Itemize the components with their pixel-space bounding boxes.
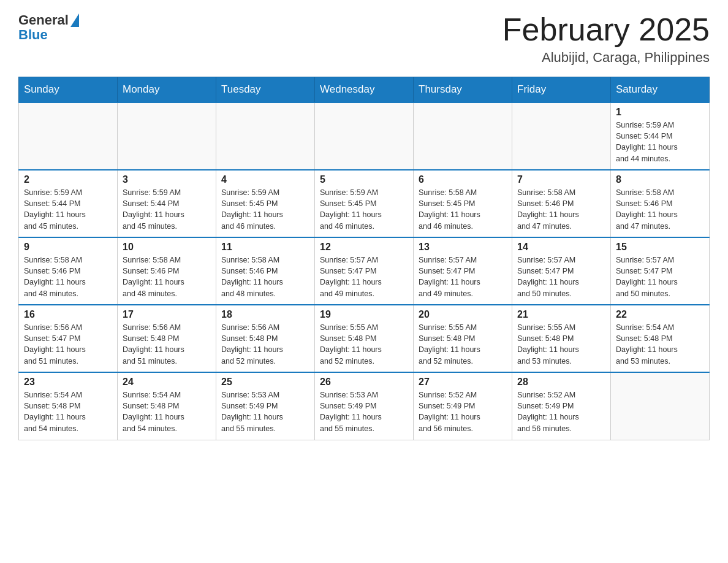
calendar-cell: 7Sunrise: 5:58 AM Sunset: 5:46 PM Daylig…: [512, 170, 611, 237]
day-info: Sunrise: 5:55 AM Sunset: 5:48 PM Dayligh…: [320, 322, 408, 367]
calendar-cell: [512, 102, 611, 170]
day-number: 16: [24, 309, 112, 320]
day-number: 2: [24, 174, 112, 185]
calendar-cell: 10Sunrise: 5:58 AM Sunset: 5:46 PM Dayli…: [118, 237, 216, 305]
day-info: Sunrise: 5:56 AM Sunset: 5:48 PM Dayligh…: [221, 322, 309, 367]
day-info: Sunrise: 5:58 AM Sunset: 5:46 PM Dayligh…: [517, 187, 605, 232]
calendar-cell: 5Sunrise: 5:59 AM Sunset: 5:45 PM Daylig…: [315, 170, 414, 237]
page-header: General Blue February 2025 Alubijid, Car…: [18, 12, 710, 66]
day-info: Sunrise: 5:58 AM Sunset: 5:46 PM Dayligh…: [123, 255, 211, 299]
calendar-cell: 6Sunrise: 5:58 AM Sunset: 5:45 PM Daylig…: [414, 170, 512, 237]
logo: General Blue: [18, 12, 79, 43]
calendar-cell: 12Sunrise: 5:57 AM Sunset: 5:47 PM Dayli…: [315, 237, 414, 305]
day-number: 5: [320, 174, 408, 185]
day-number: 9: [24, 242, 112, 253]
day-info: Sunrise: 5:53 AM Sunset: 5:49 PM Dayligh…: [320, 389, 408, 434]
logo-blue-text: Blue: [18, 27, 48, 43]
col-monday: Monday: [118, 77, 216, 103]
calendar-cell: 15Sunrise: 5:57 AM Sunset: 5:47 PM Dayli…: [611, 237, 710, 305]
col-sunday: Sunday: [19, 77, 118, 103]
day-number: 14: [517, 242, 605, 253]
day-number: 25: [221, 377, 309, 388]
calendar-cell: 2Sunrise: 5:59 AM Sunset: 5:44 PM Daylig…: [19, 170, 118, 237]
day-info: Sunrise: 5:57 AM Sunset: 5:47 PM Dayligh…: [616, 255, 704, 299]
day-number: 10: [123, 242, 211, 253]
day-info: Sunrise: 5:59 AM Sunset: 5:44 PM Dayligh…: [123, 187, 211, 232]
day-info: Sunrise: 5:52 AM Sunset: 5:49 PM Dayligh…: [517, 389, 605, 434]
day-number: 18: [221, 309, 309, 320]
day-number: 21: [517, 309, 605, 320]
day-info: Sunrise: 5:56 AM Sunset: 5:48 PM Dayligh…: [123, 322, 211, 367]
day-info: Sunrise: 5:54 AM Sunset: 5:48 PM Dayligh…: [24, 389, 112, 434]
col-wednesday: Wednesday: [315, 77, 414, 103]
day-info: Sunrise: 5:53 AM Sunset: 5:49 PM Dayligh…: [221, 389, 309, 434]
day-number: 27: [419, 377, 507, 388]
calendar-cell: 11Sunrise: 5:58 AM Sunset: 5:46 PM Dayli…: [216, 237, 315, 305]
location-title: Alubijid, Caraga, Philippines: [502, 50, 710, 66]
day-info: Sunrise: 5:54 AM Sunset: 5:48 PM Dayligh…: [616, 322, 704, 367]
calendar-cell: [315, 102, 414, 170]
calendar-cell: [118, 102, 216, 170]
calendar-cell: 27Sunrise: 5:52 AM Sunset: 5:49 PM Dayli…: [414, 372, 512, 440]
day-number: 28: [517, 377, 605, 388]
day-number: 1: [616, 107, 704, 118]
day-number: 7: [517, 174, 605, 185]
day-info: Sunrise: 5:58 AM Sunset: 5:46 PM Dayligh…: [221, 255, 309, 299]
calendar-cell: 14Sunrise: 5:57 AM Sunset: 5:47 PM Dayli…: [512, 237, 611, 305]
day-number: 4: [221, 174, 309, 185]
calendar-cell: 13Sunrise: 5:57 AM Sunset: 5:47 PM Dayli…: [414, 237, 512, 305]
day-number: 8: [616, 174, 704, 185]
day-number: 22: [616, 309, 704, 320]
day-info: Sunrise: 5:58 AM Sunset: 5:46 PM Dayligh…: [616, 187, 704, 232]
day-info: Sunrise: 5:59 AM Sunset: 5:44 PM Dayligh…: [616, 120, 704, 164]
calendar-cell: 19Sunrise: 5:55 AM Sunset: 5:48 PM Dayli…: [315, 305, 414, 372]
day-info: Sunrise: 5:52 AM Sunset: 5:49 PM Dayligh…: [419, 389, 507, 434]
calendar-cell: 22Sunrise: 5:54 AM Sunset: 5:48 PM Dayli…: [611, 305, 710, 372]
calendar-cell: 17Sunrise: 5:56 AM Sunset: 5:48 PM Dayli…: [118, 305, 216, 372]
day-number: 23: [24, 377, 112, 388]
week-row-1: 1Sunrise: 5:59 AM Sunset: 5:44 PM Daylig…: [19, 102, 710, 170]
day-number: 24: [123, 377, 211, 388]
calendar-cell: 9Sunrise: 5:58 AM Sunset: 5:46 PM Daylig…: [19, 237, 118, 305]
calendar-header-row: Sunday Monday Tuesday Wednesday Thursday…: [19, 77, 710, 103]
day-number: 26: [320, 377, 408, 388]
day-info: Sunrise: 5:59 AM Sunset: 5:44 PM Dayligh…: [24, 187, 112, 232]
calendar-cell: 24Sunrise: 5:54 AM Sunset: 5:48 PM Dayli…: [118, 372, 216, 440]
day-info: Sunrise: 5:57 AM Sunset: 5:47 PM Dayligh…: [517, 255, 605, 299]
calendar-cell: 18Sunrise: 5:56 AM Sunset: 5:48 PM Dayli…: [216, 305, 315, 372]
day-number: 6: [419, 174, 507, 185]
calendar-cell: 21Sunrise: 5:55 AM Sunset: 5:48 PM Dayli…: [512, 305, 611, 372]
calendar-cell: 4Sunrise: 5:59 AM Sunset: 5:45 PM Daylig…: [216, 170, 315, 237]
day-number: 20: [419, 309, 507, 320]
calendar-cell: 28Sunrise: 5:52 AM Sunset: 5:49 PM Dayli…: [512, 372, 611, 440]
day-number: 11: [221, 242, 309, 253]
calendar-cell: [216, 102, 315, 170]
calendar-cell: [611, 372, 710, 440]
month-title: February 2025: [502, 12, 710, 47]
col-tuesday: Tuesday: [216, 77, 315, 103]
title-section: February 2025 Alubijid, Caraga, Philippi…: [502, 12, 710, 66]
calendar-cell: 16Sunrise: 5:56 AM Sunset: 5:47 PM Dayli…: [19, 305, 118, 372]
calendar-cell: 23Sunrise: 5:54 AM Sunset: 5:48 PM Dayli…: [19, 372, 118, 440]
col-friday: Friday: [512, 77, 611, 103]
calendar-cell: 1Sunrise: 5:59 AM Sunset: 5:44 PM Daylig…: [611, 102, 710, 170]
day-number: 17: [123, 309, 211, 320]
calendar-cell: 20Sunrise: 5:55 AM Sunset: 5:48 PM Dayli…: [414, 305, 512, 372]
day-info: Sunrise: 5:55 AM Sunset: 5:48 PM Dayligh…: [419, 322, 507, 367]
day-info: Sunrise: 5:59 AM Sunset: 5:45 PM Dayligh…: [221, 187, 309, 232]
calendar-cell: 8Sunrise: 5:58 AM Sunset: 5:46 PM Daylig…: [611, 170, 710, 237]
day-number: 12: [320, 242, 408, 253]
calendar-cell: 3Sunrise: 5:59 AM Sunset: 5:44 PM Daylig…: [118, 170, 216, 237]
col-thursday: Thursday: [414, 77, 512, 103]
week-row-5: 23Sunrise: 5:54 AM Sunset: 5:48 PM Dayli…: [19, 372, 710, 440]
day-number: 13: [419, 242, 507, 253]
day-info: Sunrise: 5:58 AM Sunset: 5:46 PM Dayligh…: [24, 255, 112, 299]
logo-general-text: General: [18, 12, 69, 28]
week-row-2: 2Sunrise: 5:59 AM Sunset: 5:44 PM Daylig…: [19, 170, 710, 237]
week-row-4: 16Sunrise: 5:56 AM Sunset: 5:47 PM Dayli…: [19, 305, 710, 372]
calendar-table: Sunday Monday Tuesday Wednesday Thursday…: [18, 77, 710, 440]
calendar-cell: 25Sunrise: 5:53 AM Sunset: 5:49 PM Dayli…: [216, 372, 315, 440]
day-info: Sunrise: 5:55 AM Sunset: 5:48 PM Dayligh…: [517, 322, 605, 367]
day-number: 3: [123, 174, 211, 185]
calendar-cell: [19, 102, 118, 170]
